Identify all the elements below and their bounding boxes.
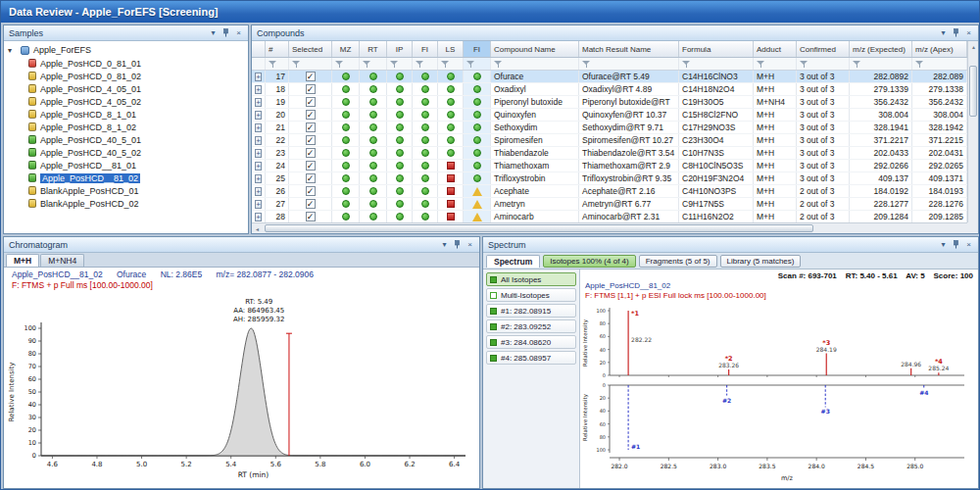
close-icon[interactable]: × [232, 27, 245, 39]
compound-row[interactable]: +21✓SethoxydimSethoxydim@RT 9.71C17H29NO… [252, 122, 967, 134]
sample-item[interactable]: Apple_PosHCD_8_1_01 [8, 108, 248, 121]
filter-cell-match-result-name[interactable] [579, 58, 679, 70]
pin-icon[interactable] [950, 27, 962, 39]
column-header-ip[interactable]: IP [387, 41, 413, 57]
filter-funnel-icon[interactable] [292, 60, 301, 68]
column-header-ls[interactable]: LS [438, 41, 464, 57]
expand-row-icon[interactable]: + [255, 123, 262, 132]
selected-checkbox[interactable]: ✓ [306, 173, 316, 183]
expand-row-icon[interactable]: + [255, 136, 262, 145]
selected-checkbox[interactable]: ✓ [306, 186, 316, 196]
compound-row[interactable]: +27✓AmetrynAmetryn@RT 6.77C9H17N5SM+H2 o… [252, 198, 967, 211]
column-header-mz[interactable]: MZ [332, 41, 360, 57]
filter-funnel-icon[interactable] [682, 60, 691, 68]
filter-funnel-icon[interactable] [915, 60, 924, 68]
filter-cell-ip[interactable] [387, 58, 413, 70]
filter-cell-col[interactable] [266, 58, 289, 70]
scrollbar-thumb[interactable] [265, 224, 813, 232]
filter-cell-mz[interactable] [332, 58, 360, 70]
pin-icon[interactable] [950, 239, 962, 251]
scroll-up-icon[interactable]: ▲ [968, 41, 978, 52]
column-header-rt[interactable]: RT [360, 41, 387, 57]
sample-item[interactable]: BlankApple_PosHCD_01 [8, 184, 248, 197]
filter-cell-adduct[interactable] [754, 58, 797, 70]
compound-row[interactable]: +25✓TrifloxystrobinTrifloxystrobin@RT 9.… [252, 172, 967, 185]
filter-funnel-icon[interactable] [466, 60, 475, 68]
column-header-expander[interactable] [252, 41, 266, 57]
sample-item[interactable]: Apple_PosHCD__81_01 [8, 159, 248, 172]
column-header-m-z-expected[interactable]: m/z (Expected) [850, 41, 912, 57]
filter-cell-compound-name[interactable] [491, 58, 579, 70]
isotope-item[interactable]: #4: 285.08957 [486, 351, 576, 365]
filter-cell-m-z-expected[interactable] [850, 58, 912, 70]
filter-cell-m-z-apex[interactable] [912, 58, 967, 70]
compound-row[interactable]: +23✓ThiabendazoleThiabendazole@RT 3.54C1… [252, 147, 967, 160]
pin-icon[interactable] [220, 27, 232, 39]
library-button[interactable]: Library (5 matches) [720, 255, 802, 268]
close-icon[interactable]: × [962, 239, 975, 251]
compound-row[interactable]: +18✓OxadixylOxadixyl@RT 4.89C14H18N2O4M+… [252, 83, 967, 96]
panel-menu-icon[interactable]: ▾ [937, 27, 950, 39]
expand-row-icon[interactable]: + [255, 111, 262, 120]
filter-funnel-icon[interactable] [494, 60, 503, 68]
filter-cell-fi[interactable] [464, 58, 491, 70]
filter-cell-rt[interactable] [360, 58, 387, 70]
column-header-confirmed[interactable]: Confirmed [797, 41, 850, 57]
filter-funnel-icon[interactable] [416, 60, 424, 68]
tab-m-plus-h[interactable]: M+H [6, 254, 39, 267]
selected-checkbox[interactable]: ✓ [306, 97, 316, 107]
scroll-left-icon[interactable]: ◄ [252, 223, 263, 233]
pin-icon[interactable] [451, 239, 464, 251]
compound-row[interactable]: +22✓SpiromesifenSpiromesifen@RT 10.27C23… [252, 134, 967, 147]
sample-item[interactable]: Apple_PosHCD_40_5_02 [8, 146, 248, 159]
selected-checkbox[interactable]: ✓ [306, 72, 316, 81]
column-header-fi[interactable]: FI [464, 41, 491, 57]
column-header-m-z-apex[interactable]: m/z (Apex) [912, 41, 967, 57]
filter-cell-fi[interactable] [413, 58, 438, 70]
sample-item[interactable]: Apple_PosHCD_4_05_02 [8, 95, 248, 108]
sample-item[interactable]: Apple_PosHCD_0_81_01 [8, 57, 248, 70]
selected-checkbox[interactable]: ✓ [306, 199, 316, 209]
tree-expander-icon[interactable]: ▾ [8, 46, 17, 55]
filter-funnel-icon[interactable] [800, 60, 808, 68]
selected-checkbox[interactable]: ✓ [306, 161, 316, 171]
column-header-fi[interactable]: FI [413, 41, 438, 57]
sample-item[interactable]: Apple_PosHCD_40_5_01 [8, 133, 248, 146]
filter-funnel-icon[interactable] [582, 60, 591, 68]
compound-row[interactable]: +24✓ThiamethoxamThiamethoxam@RT 2.9C8H10… [252, 160, 967, 172]
compound-row[interactable]: +19✓Piperonyl butoxidePiperonyl butoxide… [252, 96, 967, 109]
panel-menu-icon[interactable]: ▾ [207, 27, 220, 39]
filter-cell-selected[interactable] [289, 58, 332, 70]
expand-row-icon[interactable]: + [255, 187, 262, 196]
compound-row[interactable]: +26✓AcephateAcephate@RT 2.16C4H10NO3PSM+… [252, 185, 967, 198]
filter-funnel-icon[interactable] [363, 60, 371, 68]
expand-row-icon[interactable]: + [255, 149, 262, 158]
sample-item[interactable]: Apple_PosHCD_8_1_02 [8, 121, 248, 133]
selected-checkbox[interactable]: ✓ [306, 212, 316, 221]
sample-item[interactable]: BlankApple_PosHCD_02 [8, 197, 248, 210]
filter-funnel-icon[interactable] [390, 60, 399, 68]
filter-funnel-icon[interactable] [335, 60, 344, 68]
filter-cell-confirmed[interactable] [797, 58, 850, 70]
column-header-formula[interactable]: Formula [679, 41, 754, 57]
fragments-button[interactable]: Fragments (5 of 5) [639, 255, 717, 268]
expand-row-icon[interactable]: + [255, 162, 262, 171]
isotopes-button[interactable]: Isotopes 100% (4 of 4) [543, 255, 636, 268]
filter-cell-formula[interactable] [679, 58, 754, 70]
sample-item[interactable]: Apple_PosHCD_4_05_01 [8, 82, 248, 95]
selected-checkbox[interactable]: ✓ [306, 135, 316, 145]
expand-row-icon[interactable]: + [255, 213, 262, 221]
sample-item[interactable]: Apple_PosHCD_0_81_02 [8, 70, 248, 82]
expand-row-icon[interactable]: + [255, 174, 262, 183]
isotope-item[interactable]: #3: 284.08620 [486, 335, 576, 349]
column-header-adduct[interactable]: Adduct [754, 41, 797, 57]
filter-funnel-icon[interactable] [441, 60, 450, 68]
chromatogram-plot[interactable]: 01020304050607080901004.64.85.05.25.45.6… [4, 291, 479, 485]
selected-checkbox[interactable]: ✓ [306, 122, 316, 132]
selected-checkbox[interactable]: ✓ [306, 148, 316, 158]
expand-row-icon[interactable]: + [255, 73, 262, 81]
isotope-item[interactable]: #1: 282.08915 [486, 304, 576, 318]
compound-row[interactable]: +28✓AminocarbAminocarb@RT 2.31C11H16N2O2… [252, 211, 967, 222]
sample-item[interactable]: Apple_PosHCD__81_02 [8, 172, 248, 184]
filter-funnel-icon[interactable] [853, 60, 861, 68]
